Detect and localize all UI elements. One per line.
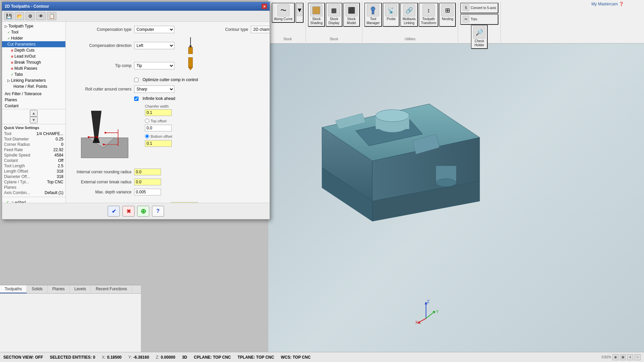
bottom-offset-input[interactable]: [145, 140, 172, 147]
stock-shading-label: StockShading: [310, 17, 323, 25]
zoom-fit-button[interactable]: ⊕: [612, 354, 619, 360]
external-corner-row: External corner break radius: [71, 179, 264, 185]
tree-item-arc-filter[interactable]: Arc Filter / Tolerance: [2, 91, 65, 97]
plus-icon: ⊕: [141, 207, 146, 215]
qv-row-planes: Planes: [4, 185, 63, 190]
status-section-view: SECTION VIEW: OFF: [3, 355, 43, 360]
dialog-save-button[interactable]: 💾: [4, 12, 13, 20]
dialog-plus-button[interactable]: ⊕: [137, 206, 149, 217]
nesting-icon: ⊞: [441, 4, 453, 16]
tab-planes[interactable]: Planes: [48, 285, 70, 293]
legend-edited-row: ✓ = edited: [5, 200, 62, 203]
internal-corner-row: Internal corner rounding radius: [71, 169, 264, 175]
along-curve-button[interactable]: 〜 Along Curve: [272, 3, 295, 23]
dialog-ok-button[interactable]: ✔: [108, 206, 120, 217]
stock-dropdown-button[interactable]: ▼: [296, 3, 304, 23]
svg-text:X: X: [415, 320, 418, 325]
zoom-in-button[interactable]: +: [627, 354, 633, 360]
svg-text:Z: Z: [427, 299, 429, 304]
dialog-extra-button[interactable]: 📋: [47, 12, 56, 20]
stock-display-button[interactable]: ▦ StockDisplay: [326, 3, 342, 27]
trim-button[interactable]: ✂ Trim: [460, 14, 498, 25]
convert-5axis-icon: 5: [463, 4, 469, 11]
compensation-direction-select[interactable]: Left Right: [134, 42, 174, 49]
dialog-cancel-button[interactable]: ✖: [122, 206, 135, 217]
stock-display-label: StockDisplay: [328, 17, 339, 25]
stock-walls-input[interactable]: [171, 202, 198, 203]
tree-item-cut-parameters[interactable]: Cut Parameters: [2, 41, 65, 47]
bottom-offset-radio[interactable]: [145, 134, 149, 138]
infinite-look-ahead-checkbox[interactable]: [134, 97, 139, 101]
check-holder-button[interactable]: 🔎 CheckHolder: [471, 25, 488, 49]
tab-levels-label: Levels: [74, 287, 86, 291]
stock-walls-row: Stock to leave on walls: [108, 202, 220, 203]
qv-value-length-offset: 318: [57, 169, 63, 174]
chamfer-svg: [71, 104, 131, 161]
tree-item-coolant-label: Coolant: [5, 104, 18, 108]
tree-item-planes[interactable]: Planes: [2, 97, 65, 103]
top-offset-radio[interactable]: [145, 119, 149, 123]
tree-item-toolpath-type[interactable]: ▷ Toolpath Type: [2, 23, 65, 29]
bottom-offset-label: Bottom offset: [151, 134, 172, 138]
tab-toolpaths[interactable]: Toolpaths: [0, 285, 27, 293]
tool-manager-button[interactable]: ToolManager: [364, 3, 382, 27]
tree-item-tabs[interactable]: ✓ Tabs: [2, 71, 65, 77]
nesting-button[interactable]: ⊞ Nesting: [439, 3, 456, 27]
qv-row-tool-length: Tool Length 2.5: [4, 163, 63, 169]
tab-solids[interactable]: Solids: [27, 285, 48, 293]
3d-viewport[interactable]: Z Y X: [268, 44, 644, 352]
compensation-type-select[interactable]: Computer Control Wear: [134, 26, 174, 33]
top-offset-input[interactable]: [145, 125, 172, 131]
zoom-extent-button[interactable]: ⊞: [620, 354, 626, 360]
tab-levels[interactable]: Levels: [70, 285, 91, 293]
dialog-close-button[interactable]: ✕: [262, 4, 267, 9]
toolpath-transform-button[interactable]: ↕ ToolpathTransform: [419, 3, 438, 27]
multiaxis-linking-button[interactable]: 🔗 MultiaxisLinking: [400, 3, 418, 27]
tree-item-home-ref[interactable]: Home / Ref. Points: [2, 83, 65, 89]
tree-item-depth-cuts[interactable]: ⊗ Depth Cuts: [2, 47, 65, 53]
chamfer-width-input[interactable]: [145, 109, 172, 116]
svg-rect-0: [313, 7, 320, 14]
probe-button[interactable]: 📡 Probe: [383, 3, 399, 27]
tab-recent-functions[interactable]: Recent Functions: [91, 285, 132, 293]
roll-cutter-select[interactable]: Sharp All None: [134, 85, 174, 93]
optimize-row: Optimize cutter comp in control: [71, 77, 264, 82]
quick-view-panel: Quick View Settings Tool 1/4 CHAMFE... T…: [2, 124, 65, 197]
tree-scroll-down-button[interactable]: ▼: [30, 117, 38, 123]
dialog-help-button[interactable]: ?: [152, 206, 164, 217]
tip-comp-select[interactable]: Tip Center: [134, 62, 174, 69]
dialog-open-button[interactable]: 📂: [15, 12, 24, 20]
contour-type-group: Contour type 2D chamfer Ramp: [188, 26, 270, 33]
qv-label-cplane: Cplane / Tpl...: [4, 180, 29, 184]
stock-shading-button[interactable]: StockShading: [308, 3, 325, 27]
tree-item-linking-parameters[interactable]: ▷ Linking Parameters: [2, 77, 65, 83]
tool-manager-label: ToolManager: [367, 17, 380, 25]
tree-item-coolant[interactable]: Coolant: [2, 103, 65, 109]
bottom-offset-radio-group: Bottom offset: [145, 134, 172, 138]
external-corner-input[interactable]: [134, 179, 161, 185]
dialog-toolpath-button[interactable]: ⚙: [25, 12, 35, 20]
tree-scroll-up-button[interactable]: ▲: [30, 110, 38, 117]
tab-solids-label: Solids: [32, 287, 43, 291]
tree-item-break-through[interactable]: ⊗ Break Through: [2, 59, 65, 65]
tree-item-lead-in-out[interactable]: ⊗ Lead In/Out: [2, 53, 65, 59]
svg-line-20: [426, 312, 434, 318]
qv-row-cplane: Cplane / Tpl... Top CNC: [4, 179, 63, 185]
optimize-checkbox[interactable]: [134, 78, 139, 82]
internal-corner-input[interactable]: [134, 169, 161, 175]
tree-item-holder[interactable]: ✓ Holder: [2, 35, 65, 41]
stock-model-button[interactable]: ⬛ StockModel: [343, 3, 360, 27]
svg-text:Y: Y: [436, 309, 439, 314]
tool-orientation-diagram: [184, 37, 197, 54]
ribbon-area: 〜 Along Curve ▼ Stock StockShading ▦: [268, 0, 644, 44]
zoom-out-button[interactable]: −: [635, 354, 641, 360]
tree-item-tool[interactable]: ✓ Tool: [2, 29, 65, 35]
convert-5axis-button[interactable]: 5 Convert to 5-axis: [460, 3, 498, 13]
contour-type-select[interactable]: 2D chamfer Ramp: [251, 26, 270, 33]
compensation-direction-label: Compensation direction: [71, 43, 131, 48]
tree-item-multi-passes[interactable]: ⊗ Multi Passes: [2, 65, 65, 71]
dialog-display-button[interactable]: 👁: [36, 12, 46, 20]
svg-line-23: [419, 318, 426, 322]
max-depth-input[interactable]: [134, 189, 161, 195]
my-mastercam-button[interactable]: My Mastercam ❓: [591, 2, 624, 6]
